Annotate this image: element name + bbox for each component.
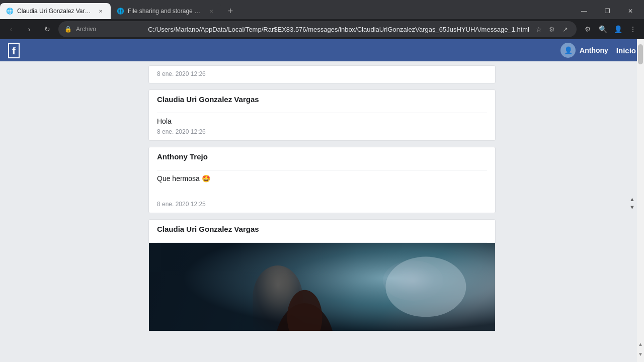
- fb-username: Anthony: [580, 46, 608, 54]
- minimize-button[interactable]: —: [573, 3, 596, 19]
- reaction-area-2: [149, 186, 495, 201]
- menu-icon[interactable]: ⋮: [626, 22, 640, 36]
- address-bar: ‹ › ↻ 🔒 Archivo C:/Users/Mariano/AppData…: [0, 19, 644, 39]
- message-card-3-header: Claudia Uri Gonzalez Vargas: [149, 220, 495, 242]
- messages-container: 8 ene. 2020 12:26 Claudia Uri Gonzalez V…: [0, 61, 644, 362]
- extensions-icon[interactable]: ⚙: [581, 22, 595, 36]
- tab2-favicon: 🌐: [117, 8, 124, 15]
- window-controls: — ❐ ✕: [573, 3, 644, 19]
- message-time-2: 8 ene. 2020 12:25: [149, 201, 495, 213]
- tab-filestorage[interactable]: 🌐 File sharing and storage made s: ✕: [111, 3, 221, 19]
- forward-button[interactable]: ›: [22, 22, 36, 36]
- svg-point-3: [385, 257, 466, 317]
- message-body-2: Que hermosa 🤩: [149, 170, 495, 183]
- scroll-indicator: ▲ ▼: [629, 196, 635, 210]
- message-card-1: Claudia Uri Gonzalez Vargas Hola 8 ene. …: [148, 89, 496, 141]
- partial-message-card: 8 ene. 2020 12:26: [148, 65, 496, 83]
- lock-icon: 🔒: [64, 26, 72, 33]
- scroll-arrow-up[interactable]: ▲: [638, 341, 643, 347]
- message-sender-3: Claudia Uri Gonzalez Vargas: [157, 225, 487, 233]
- scroll-up-arrow[interactable]: ▲: [629, 196, 635, 202]
- toolbar-icons: ⚙ 🔍 👤 ⋮: [581, 22, 640, 36]
- scrollbar-thumb[interactable]: [638, 44, 643, 64]
- facebook-logo: f: [8, 43, 20, 58]
- tab2-close[interactable]: ✕: [207, 7, 215, 15]
- avatar: 👤: [560, 43, 576, 58]
- tab-claudia[interactable]: 🌐 Claudia Uri Gonzalez Vargas ✕: [0, 3, 111, 19]
- back-button[interactable]: ‹: [4, 22, 18, 36]
- message-card-3: Claudia Uri Gonzalez Vargas: [148, 219, 496, 331]
- scrollbar-track[interactable]: ▲ ▼: [637, 39, 644, 362]
- lens-icon[interactable]: ⚙: [546, 24, 557, 35]
- maximize-button[interactable]: ❐: [596, 3, 619, 19]
- message-time-1: 8 ene. 2020 12:26: [149, 128, 495, 140]
- tab-bar: 🌐 Claudia Uri Gonzalez Vargas ✕ 🌐 File s…: [0, 0, 644, 19]
- facebook-navbar: f 👤 Anthony Inicio: [0, 39, 644, 61]
- url-text: C:/Users/Mariano/AppData/Local/Temp/Rar$…: [148, 26, 529, 33]
- share-icon[interactable]: ↗: [559, 24, 571, 35]
- scroll-down-arrow[interactable]: ▼: [629, 204, 635, 210]
- fb-nav-right: 👤 Anthony Inicio: [560, 43, 636, 58]
- message-image-3: [149, 243, 495, 331]
- message-body-1: Hola: [149, 113, 495, 125]
- tab1-title: Claudia Uri Gonzalez Vargas: [17, 8, 93, 15]
- fb-user-section[interactable]: 👤 Anthony: [560, 43, 608, 58]
- partial-message-time: 8 ene. 2020 12:26: [157, 70, 206, 77]
- profile-icon[interactable]: 👤: [611, 22, 625, 36]
- fb-logo-box: f: [8, 43, 20, 58]
- fb-inicio-link[interactable]: Inicio: [616, 46, 636, 55]
- url-prefix: Archivo: [76, 26, 144, 33]
- message-card-2: Anthony Trejo Que hermosa 🤩 8 ene. 2020 …: [148, 147, 496, 213]
- browser-chrome: 🌐 Claudia Uri Gonzalez Vargas ✕ 🌐 File s…: [0, 0, 644, 39]
- url-bar-icons: ☆ ⚙ ↗: [533, 24, 571, 35]
- tab2-title: File sharing and storage made s:: [128, 8, 203, 15]
- refresh-button[interactable]: ↻: [40, 22, 54, 36]
- message-card-1-header: Claudia Uri Gonzalez Vargas: [149, 90, 495, 113]
- scroll-arrow-down[interactable]: ▼: [638, 351, 643, 357]
- image-svg: [149, 243, 495, 331]
- message-sender-2: Anthony Trejo: [157, 152, 487, 161]
- message-card-2-header: Anthony Trejo: [149, 147, 495, 170]
- tab1-close[interactable]: ✕: [97, 7, 105, 15]
- new-tab-button[interactable]: +: [223, 4, 237, 18]
- close-button[interactable]: ✕: [619, 3, 642, 19]
- bookmark-icon[interactable]: ☆: [533, 24, 544, 35]
- tab1-favicon: 🌐: [6, 8, 13, 15]
- message-sender-1: Claudia Uri Gonzalez Vargas: [157, 95, 487, 104]
- search-icon[interactable]: 🔍: [596, 22, 610, 36]
- url-bar[interactable]: 🔒 Archivo C:/Users/Mariano/AppData/Local…: [58, 21, 577, 37]
